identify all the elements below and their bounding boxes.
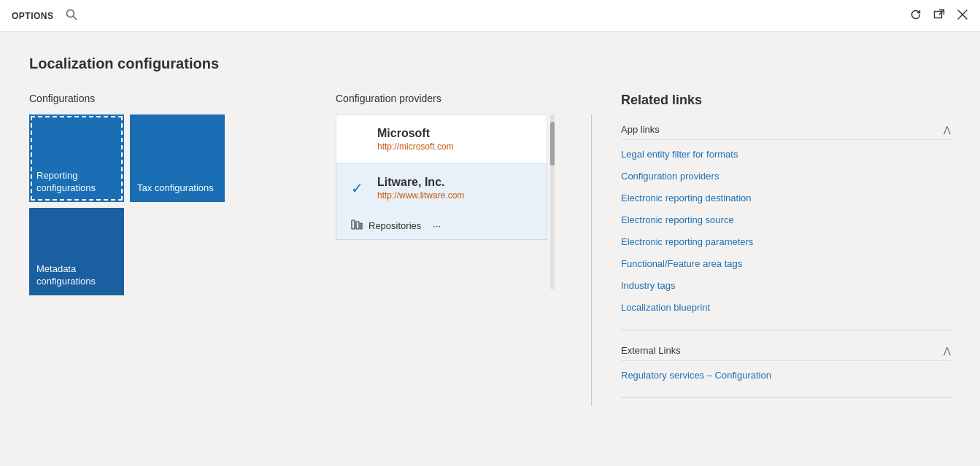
microsoft-checkmark — [351, 131, 369, 148]
tile-tax[interactable]: Tax configurations — [130, 114, 225, 202]
tiles-grid: Reporting configurations Tax configurati… — [29, 114, 277, 295]
app-links-list: Legal entity filter for formats Configur… — [621, 143, 951, 318]
litware-name: Litware, Inc. — [377, 176, 464, 189]
tile-metadata[interactable]: Metadata configurations — [29, 208, 124, 295]
app-links-group: App links ⋀ Legal entity filter for form… — [621, 120, 951, 318]
svg-rect-7 — [356, 222, 359, 229]
list-item: Regulatory services – Configuration — [621, 364, 951, 386]
link-localization-blueprint[interactable]: Localization blueprint — [621, 302, 710, 313]
svg-rect-6 — [352, 220, 355, 229]
titlebar-left: OPTIONS — [12, 9, 77, 23]
svg-rect-8 — [360, 223, 362, 229]
vertical-divider — [591, 114, 592, 406]
litware-info: Litware, Inc. http://www.litware.com — [377, 176, 464, 201]
microsoft-info: Microsoft http://microsoft.com — [377, 127, 454, 152]
related-links-section: Related links App links ⋀ Legal entity f… — [621, 93, 951, 445]
main-content: Localization configurations Configuratio… — [0, 32, 980, 466]
related-links-title: Related links — [621, 93, 951, 108]
list-item: Functional/Feature area tags — [621, 252, 951, 274]
links-divider — [621, 330, 951, 330]
search-icon[interactable] — [66, 9, 77, 23]
popout-icon[interactable] — [933, 9, 945, 23]
close-icon[interactable] — [957, 9, 968, 23]
tile-metadata-label: Metadata configurations — [36, 263, 117, 288]
svg-rect-2 — [935, 11, 942, 18]
external-links-title: External Links — [621, 345, 681, 356]
list-item: Electronic reporting destination — [621, 187, 951, 209]
list-item: Electronic reporting parameters — [621, 230, 951, 252]
providers-section: Configuration providers Microsoft http:/… — [336, 93, 562, 445]
litware-url: http://www.litware.com — [377, 190, 464, 201]
link-feature-area-tags[interactable]: Functional/Feature area tags — [621, 258, 742, 269]
link-er-destination[interactable]: Electronic reporting destination — [621, 193, 752, 203]
options-label: OPTIONS — [12, 11, 54, 21]
external-links-list: Regulatory services – Configuration — [621, 364, 951, 386]
titlebar-right — [910, 9, 968, 23]
link-regulatory-services[interactable]: Regulatory services – Configuration — [621, 370, 771, 381]
page-title: Localization configurations — [29, 55, 951, 72]
external-links-group: External Links ⋀ Regulatory services – C… — [621, 341, 951, 386]
external-links-header: External Links ⋀ — [621, 341, 951, 361]
provider-microsoft[interactable]: Microsoft http://microsoft.com — [336, 114, 547, 163]
link-er-parameters[interactable]: Electronic reporting parameters — [621, 236, 753, 247]
app-links-title: App links — [621, 124, 660, 135]
provider-litware[interactable]: ✓ Litware, Inc. http://www.litware.com — [336, 163, 547, 212]
tile-reporting-label: Reporting configurations — [36, 170, 117, 195]
repositories-label: Repositories — [369, 220, 421, 231]
repositories-more[interactable]: ··· — [433, 220, 441, 231]
repositories-icon — [351, 220, 363, 232]
tile-reporting[interactable]: Reporting configurations — [29, 114, 124, 202]
microsoft-url: http://microsoft.com — [377, 141, 454, 152]
provider-litware-header: ✓ Litware, Inc. http://www.litware.com — [351, 176, 532, 201]
app-links-collapse-icon[interactable]: ⋀ — [944, 125, 951, 135]
refresh-icon[interactable] — [910, 9, 922, 23]
providers-heading: Configuration providers — [336, 93, 562, 104]
link-er-source[interactable]: Electronic reporting source — [621, 214, 734, 225]
external-divider — [621, 397, 951, 398]
content-layout: Configurations Reporting configurations … — [29, 93, 951, 445]
provider-microsoft-header: Microsoft http://microsoft.com — [351, 127, 532, 152]
configurations-section: Configurations Reporting configurations … — [29, 93, 277, 445]
external-links-collapse-icon[interactable]: ⋀ — [944, 346, 951, 356]
scrollbar-track[interactable] — [550, 114, 555, 290]
litware-checkmark: ✓ — [351, 179, 369, 197]
scrollbar-thumb[interactable] — [550, 122, 555, 166]
svg-line-1 — [73, 17, 76, 20]
configurations-heading: Configurations — [29, 93, 277, 104]
list-item: Electronic reporting source — [621, 209, 951, 230]
list-item: Industry tags — [621, 274, 951, 296]
link-legal-entity[interactable]: Legal entity filter for formats — [621, 149, 738, 160]
provider-footer[interactable]: Repositories ··· — [336, 212, 547, 240]
link-industry-tags[interactable]: Industry tags — [621, 280, 675, 291]
microsoft-name: Microsoft — [377, 127, 454, 140]
list-item: Legal entity filter for formats — [621, 143, 951, 165]
list-item: Localization blueprint — [621, 296, 951, 318]
titlebar: OPTIONS — [0, 0, 980, 32]
app-links-header: App links ⋀ — [621, 120, 951, 140]
tile-tax-label: Tax configurations — [137, 182, 214, 195]
link-config-providers[interactable]: Configuration providers — [621, 171, 719, 182]
list-item: Configuration providers — [621, 165, 951, 187]
